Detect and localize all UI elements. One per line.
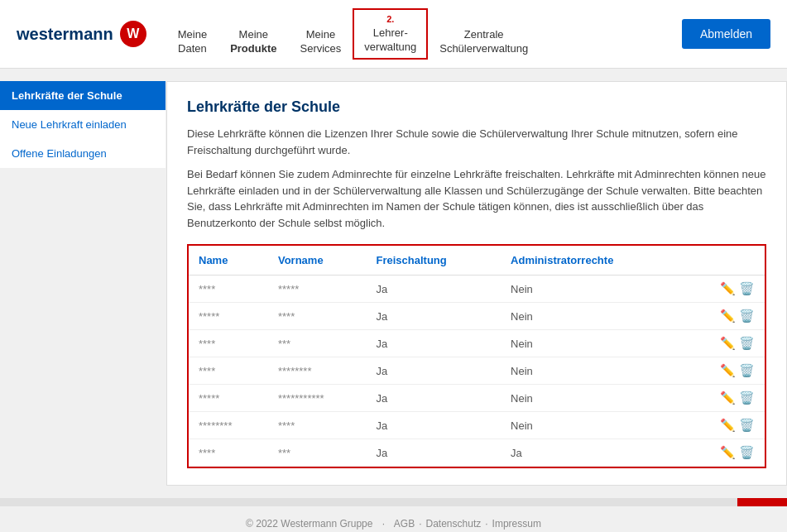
cell-admin: Nein: [501, 412, 684, 439]
logo-text: westermann: [17, 25, 113, 44]
cell-vorname: ***********: [268, 385, 367, 412]
cell-name: ****: [189, 330, 268, 357]
table-row: *******JaNein✏️🗑️: [189, 330, 765, 357]
table-header: Vorname: [268, 246, 367, 276]
sidebar-item-offene-einladungen[interactable]: Offene Einladungen: [0, 139, 166, 168]
delete-icon[interactable]: 🗑️: [739, 281, 755, 295]
cell-name: ****: [189, 439, 268, 467]
nav-item-meine-produkte[interactable]: MeineProdukte: [218, 25, 288, 60]
table-header: Name: [189, 246, 268, 276]
cell-actions: ✏️🗑️: [684, 276, 765, 303]
edit-icon[interactable]: ✏️: [720, 418, 736, 432]
nav-line2: Produkte: [230, 42, 276, 56]
table-row: ************JaNein✏️🗑️: [189, 412, 765, 439]
edit-icon[interactable]: ✏️: [720, 445, 736, 459]
description-2: Bei Bedarf können Sie zudem Adminrechte …: [187, 166, 766, 231]
table-header: Administratorrechte: [501, 246, 684, 276]
header: westermann W MeineDatenMeineProdukteMein…: [0, 0, 787, 69]
sidebar: Lehrkräfte der SchuleNeue Lehrkraft einl…: [0, 81, 166, 486]
table-row: ****************JaNein✏️🗑️: [189, 385, 765, 412]
footer-link-separator: ·: [419, 518, 421, 530]
logo-area: westermann W: [17, 21, 146, 47]
delete-icon[interactable]: 🗑️: [739, 363, 755, 377]
teachers-table-wrapper: NameVornameFreischaltungAdministratorrec…: [187, 244, 766, 468]
edit-icon[interactable]: ✏️: [720, 309, 736, 323]
nav-line2: Schülerverwaltung: [439, 42, 528, 56]
cell-freischaltung: Ja: [367, 330, 501, 357]
cell-actions: ✏️🗑️: [684, 303, 765, 330]
description-1: Diese Lehrkräfte können die Lizenzen Ihr…: [187, 126, 766, 158]
footer-copyright: © 2022 Westermann Gruppe: [246, 518, 372, 530]
cell-name: *****: [189, 303, 268, 330]
nav-line1: Lehrer-: [373, 26, 408, 41]
nav-step: 2.: [386, 13, 394, 25]
cell-name: ********: [189, 412, 268, 439]
scroll-bar-area[interactable]: [0, 498, 787, 506]
delete-icon[interactable]: 🗑️: [739, 391, 755, 405]
cell-actions: ✏️🗑️: [684, 330, 765, 357]
nav-line1: Zentrale: [464, 28, 504, 42]
cell-admin: Nein: [501, 357, 684, 385]
nav-line1: Meine: [239, 28, 268, 42]
sidebar-item-neue-einladen[interactable]: Neue Lehrkraft einladen: [0, 110, 166, 139]
page-title: Lehrkräfte der Schule: [187, 98, 766, 116]
cell-actions: ✏️🗑️: [684, 357, 765, 385]
cell-vorname: ****: [268, 303, 367, 330]
cell-admin: Nein: [501, 330, 684, 357]
cell-admin: Ja: [501, 439, 684, 467]
cell-admin: Nein: [501, 303, 684, 330]
table-header: Freischaltung: [367, 246, 501, 276]
teachers-table: NameVornameFreischaltungAdministratorrec…: [189, 246, 765, 467]
footer-link[interactable]: Impressum: [492, 518, 541, 530]
edit-icon[interactable]: ✏️: [720, 281, 736, 295]
nav-line1: Meine: [178, 28, 207, 42]
cell-freischaltung: Ja: [367, 357, 501, 385]
cell-vorname: ********: [268, 357, 367, 385]
delete-icon[interactable]: 🗑️: [739, 418, 755, 432]
abmelden-button[interactable]: Abmelden: [682, 19, 770, 49]
cell-vorname: *****: [268, 276, 367, 303]
cell-vorname: ****: [268, 412, 367, 439]
table-row: ************JaNein✏️🗑️: [189, 357, 765, 385]
cell-name: *****: [189, 385, 268, 412]
edit-icon[interactable]: ✏️: [720, 363, 736, 377]
nav-line2: Daten: [178, 42, 207, 56]
content-area: Lehrkräfte der Schule Diese Lehrkräfte k…: [166, 81, 787, 486]
sidebar-item-lehrkraefte[interactable]: Lehrkräfte der Schule: [0, 81, 166, 110]
cell-admin: Nein: [501, 385, 684, 412]
cell-actions: ✏️🗑️: [684, 412, 765, 439]
main-nav: MeineDatenMeineProdukteMeineServices2.Le…: [166, 8, 682, 60]
cell-freischaltung: Ja: [367, 276, 501, 303]
delete-icon[interactable]: 🗑️: [739, 309, 755, 323]
delete-icon[interactable]: 🗑️: [739, 336, 755, 350]
cell-actions: ✏️🗑️: [684, 385, 765, 412]
footer-link[interactable]: Datenschutz: [426, 518, 482, 530]
footer-link[interactable]: AGB: [394, 518, 415, 530]
cell-admin: Nein: [501, 276, 684, 303]
cell-actions: ✏️🗑️: [684, 439, 765, 467]
edit-icon[interactable]: ✏️: [720, 336, 736, 350]
nav-line1: Meine: [306, 28, 335, 42]
cell-vorname: ***: [268, 439, 367, 467]
nav-line2: verwaltung: [364, 41, 416, 55]
table-row: *********JaNein✏️🗑️: [189, 303, 765, 330]
table-row: *********JaNein✏️🗑️: [189, 276, 765, 303]
nav-item-meine-daten[interactable]: MeineDaten: [166, 25, 218, 60]
footer-links: AGB·Datenschutz·Impressum: [394, 518, 541, 530]
table-row: *******JaJa✏️🗑️: [189, 439, 765, 467]
table-header-actions: [684, 246, 765, 276]
cell-freischaltung: Ja: [367, 439, 501, 467]
nav-item-meine-services[interactable]: MeineServices: [288, 25, 353, 60]
cell-freischaltung: Ja: [367, 303, 501, 330]
footer-separator: ·: [382, 518, 385, 530]
cell-vorname: ***: [268, 330, 367, 357]
edit-icon[interactable]: ✏️: [720, 391, 736, 405]
cell-freischaltung: Ja: [367, 385, 501, 412]
cell-name: ****: [189, 276, 268, 303]
scroll-thumb[interactable]: [737, 498, 787, 506]
nav-item-schuelerverwaltung[interactable]: ZentraleSchülerverwaltung: [428, 25, 540, 60]
nav-item-lehrerverwaltung[interactable]: 2.Lehrer-verwaltung: [353, 8, 428, 60]
footer-link-separator: ·: [485, 518, 487, 530]
delete-icon[interactable]: 🗑️: [739, 445, 755, 459]
footer: © 2022 Westermann Gruppe · AGB·Datenschu…: [0, 506, 787, 532]
